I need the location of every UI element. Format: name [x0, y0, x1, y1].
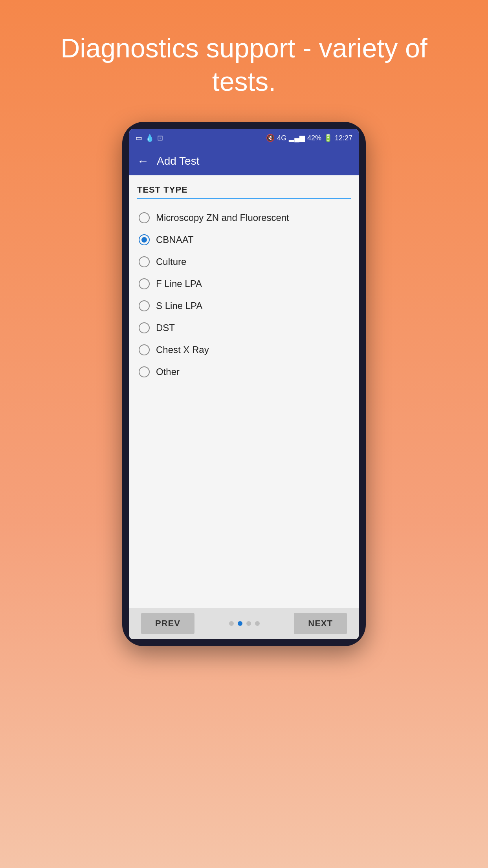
radio-label-chestxray: Chest X Ray [156, 344, 209, 355]
section-label: TEST TYPE [137, 185, 351, 195]
prev-button[interactable]: PREV [141, 613, 194, 634]
radio-item-slinelpa[interactable]: S Line LPA [137, 295, 351, 317]
section-divider [137, 198, 351, 199]
app-bar-title: Add Test [157, 155, 199, 167]
radio-button-flinelpa[interactable] [139, 278, 150, 289]
network-label: 4G [277, 134, 286, 142]
back-button[interactable]: ← [137, 154, 149, 168]
dot-4 [255, 621, 260, 626]
radio-button-slinelpa[interactable] [139, 300, 150, 311]
page-title: Diagnostics support - variety of tests. [0, 0, 488, 122]
radio-button-microscopy[interactable] [139, 212, 150, 223]
dot-2 [238, 621, 242, 626]
radio-item-flinelpa[interactable]: F Line LPA [137, 273, 351, 295]
phone-screen: ▭ 💧 ⊡ 🔇 4G ▂▄▆ 42% 🔋 12:27 ← Add Test TE… [129, 129, 359, 639]
radio-label-flinelpa: F Line LPA [156, 278, 202, 289]
screen-icon: ▭ [136, 134, 142, 142]
radio-label-culture: Culture [156, 256, 186, 267]
radio-button-other[interactable] [139, 366, 150, 377]
radio-button-dst[interactable] [139, 322, 150, 333]
radio-item-cbnaat[interactable]: CBNAAT [137, 229, 351, 251]
radio-label-slinelpa: S Line LPA [156, 300, 202, 311]
radio-label-dst: DST [156, 322, 175, 333]
radio-label-other: Other [156, 366, 180, 377]
battery-icon: 🔋 [324, 134, 332, 142]
radio-button-cbnaat[interactable] [139, 234, 150, 245]
dot-3 [246, 621, 251, 626]
wifi-icon: ⊡ [157, 134, 163, 142]
bottom-nav: PREV NEXT [129, 608, 359, 639]
time-label: 12:27 [335, 134, 352, 142]
radio-item-chestxray[interactable]: Chest X Ray [137, 339, 351, 361]
radio-button-chestxray[interactable] [139, 344, 150, 355]
status-bar: ▭ 💧 ⊡ 🔇 4G ▂▄▆ 42% 🔋 12:27 [129, 129, 359, 147]
signal-bars: ▂▄▆ [289, 134, 305, 142]
battery-label: 42% [307, 134, 321, 142]
radio-button-culture[interactable] [139, 256, 150, 267]
radio-label-cbnaat: CBNAAT [156, 234, 194, 245]
content-area: TEST TYPE Microscopy ZN and Fluorescent … [129, 175, 359, 608]
status-right-info: 🔇 4G ▂▄▆ 42% 🔋 12:27 [266, 134, 352, 142]
radio-inner-cbnaat [141, 237, 147, 243]
radio-item-other[interactable]: Other [137, 361, 351, 383]
radio-item-dst[interactable]: DST [137, 317, 351, 339]
water-icon: 💧 [145, 134, 154, 142]
radio-item-microscopy[interactable]: Microscopy ZN and Fluorescent [137, 207, 351, 229]
dot-1 [229, 621, 234, 626]
status-left-icons: ▭ 💧 ⊡ [136, 134, 163, 142]
radio-label-microscopy: Microscopy ZN and Fluorescent [156, 212, 289, 223]
phone-frame: ▭ 💧 ⊡ 🔇 4G ▂▄▆ 42% 🔋 12:27 ← Add Test TE… [122, 122, 366, 646]
next-button[interactable]: NEXT [294, 613, 347, 634]
app-bar: ← Add Test [129, 147, 359, 175]
page-dots [229, 621, 260, 626]
mute-icon: 🔇 [266, 134, 275, 142]
radio-item-culture[interactable]: Culture [137, 251, 351, 273]
